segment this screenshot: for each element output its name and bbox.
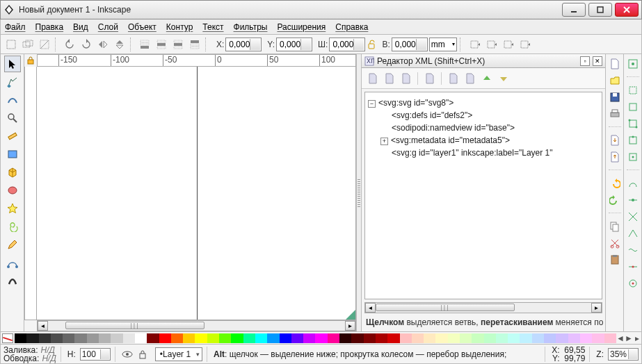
scroll-left-icon[interactable]: ◄ xyxy=(38,321,48,331)
coord-y-input[interactable]: 0,000 xyxy=(276,38,312,51)
color-swatch[interactable] xyxy=(15,333,26,343)
menu-object[interactable]: Объект xyxy=(128,22,157,32)
snap-bbox-center-button[interactable] xyxy=(626,150,640,164)
window-minimize-button[interactable] xyxy=(562,3,586,17)
color-swatch[interactable] xyxy=(484,333,496,343)
layer-visibility-icon[interactable] xyxy=(122,350,134,358)
tool-bezier[interactable] xyxy=(4,254,21,271)
layer-lock-icon[interactable] xyxy=(138,349,151,359)
color-swatch[interactable] xyxy=(592,333,604,343)
guide-lock-icon[interactable] xyxy=(24,54,37,67)
color-swatch[interactable] xyxy=(508,333,520,343)
color-swatch[interactable] xyxy=(460,333,472,343)
snap-path-button[interactable] xyxy=(626,193,640,207)
color-swatch[interactable] xyxy=(243,333,255,343)
color-swatch[interactable] xyxy=(496,333,508,343)
color-swatch[interactable] xyxy=(26,333,38,343)
tool-node[interactable] xyxy=(4,74,21,90)
color-swatch[interactable] xyxy=(400,333,412,343)
snap-bbox-midpoint-button[interactable] xyxy=(626,133,640,147)
color-swatch[interactable] xyxy=(448,333,460,343)
xml-new-text-button[interactable] xyxy=(383,72,396,85)
xml-tree-row[interactable]: <sodipodi:namedview id="base"> xyxy=(368,122,599,134)
snap-cusp-button[interactable] xyxy=(626,226,640,240)
ruler-vertical[interactable] xyxy=(24,67,37,320)
flip-vertical-button[interactable] xyxy=(112,37,127,52)
menu-extensions[interactable]: Расширения xyxy=(277,22,326,32)
fill-stroke-indicator[interactable]: Заливка: Н/Д Обводка: Н/Д xyxy=(3,346,56,363)
size-w-input[interactable]: 0,000 xyxy=(329,38,365,51)
affect-scale-corners-button[interactable] xyxy=(500,37,515,52)
xml-indent-button[interactable] xyxy=(463,72,477,85)
zoom-input[interactable]: 35% xyxy=(608,348,639,361)
tool-rect[interactable] xyxy=(4,146,21,163)
raise-button[interactable] xyxy=(170,37,186,52)
color-swatch[interactable] xyxy=(159,333,171,343)
scroll-left-icon[interactable]: ◄ xyxy=(365,303,376,313)
color-swatch[interactable] xyxy=(303,333,315,343)
xml-tree-row[interactable]: <svg:g id="layer1" inkscape:label="Layer… xyxy=(368,147,599,159)
color-swatch[interactable] xyxy=(255,333,267,343)
palette-scroll-left-icon[interactable]: ◄ xyxy=(616,333,625,343)
affect-scale-stroke-button[interactable] xyxy=(483,37,499,52)
snap-bbox-edge-button[interactable] xyxy=(626,100,640,114)
copy-button[interactable] xyxy=(608,220,622,233)
open-button[interactable] xyxy=(608,74,622,88)
tool-star[interactable] xyxy=(4,200,21,217)
color-swatch[interactable] xyxy=(111,333,122,343)
lower-to-bottom-button[interactable] xyxy=(137,37,152,52)
expander-icon[interactable]: + xyxy=(380,138,388,145)
snap-line-midpoint-button[interactable] xyxy=(626,260,640,274)
color-swatch[interactable] xyxy=(604,333,616,343)
xml-duplicate-button[interactable] xyxy=(399,72,413,85)
color-swatch[interactable] xyxy=(291,333,303,343)
undo-button[interactable] xyxy=(608,176,622,190)
snap-enable-button[interactable] xyxy=(626,57,640,71)
ruler-horizontal[interactable]: -150 -100 -50 0 50 100 xyxy=(37,54,356,67)
scroll-thumb[interactable]: ||| xyxy=(376,304,515,311)
swatch-none[interactable] xyxy=(2,333,13,343)
color-swatch[interactable] xyxy=(219,333,231,343)
color-swatch[interactable] xyxy=(39,333,51,343)
palette-menu-icon[interactable]: ▸ xyxy=(633,333,641,343)
color-swatch[interactable] xyxy=(231,333,243,343)
select-all-button[interactable] xyxy=(3,37,19,52)
color-swatch[interactable] xyxy=(351,333,363,343)
xml-scroll-horizontal[interactable]: ◄ ||| ► xyxy=(364,302,602,313)
xml-move-down-button[interactable] xyxy=(497,72,511,85)
snap-bbox-corner-button[interactable] xyxy=(626,117,640,131)
color-swatch[interactable] xyxy=(171,333,183,343)
snap-object-center-button[interactable] xyxy=(626,276,640,290)
tool-pencil[interactable] xyxy=(4,236,21,253)
color-swatch[interactable] xyxy=(147,333,159,343)
xml-tree[interactable]: −<svg:svg id="svg8"> <svg:defs id="defs2… xyxy=(364,92,602,299)
tool-3dbox[interactable] xyxy=(4,164,21,181)
expander-icon[interactable]: − xyxy=(368,100,376,108)
rotate-cw-button[interactable] xyxy=(79,37,94,52)
color-swatch[interactable] xyxy=(207,333,219,343)
palette-scroll-right-icon[interactable]: ► xyxy=(625,333,633,343)
color-swatch[interactable] xyxy=(315,333,327,343)
xml-tree-row[interactable]: −<svg:svg id="svg8"> xyxy=(368,97,599,109)
xml-panel-close-button[interactable]: ✕ xyxy=(593,56,602,66)
xml-unindent-button[interactable] xyxy=(447,72,460,85)
window-maximize-button[interactable] xyxy=(588,3,612,17)
layer-select[interactable]: • Layer 1 xyxy=(155,347,202,361)
new-document-button[interactable] xyxy=(608,57,622,71)
menu-text[interactable]: Текст xyxy=(202,22,223,32)
dock-splitter[interactable] xyxy=(356,54,362,331)
scroll-right-icon[interactable]: ► xyxy=(591,303,602,313)
color-swatch[interactable] xyxy=(74,333,86,343)
color-swatch[interactable] xyxy=(195,333,207,343)
color-swatch[interactable] xyxy=(376,333,387,343)
scroll-right-icon[interactable]: ► xyxy=(345,321,355,331)
export-button[interactable] xyxy=(608,150,622,164)
color-swatch[interactable] xyxy=(472,333,483,343)
flip-horizontal-button[interactable] xyxy=(95,37,111,52)
tool-calligraphy[interactable] xyxy=(4,272,21,289)
color-swatch[interactable] xyxy=(412,333,424,343)
color-picker-corner-icon[interactable] xyxy=(346,310,355,320)
color-swatch[interactable] xyxy=(580,333,592,343)
color-swatch[interactable] xyxy=(183,333,195,343)
color-swatch[interactable] xyxy=(568,333,580,343)
